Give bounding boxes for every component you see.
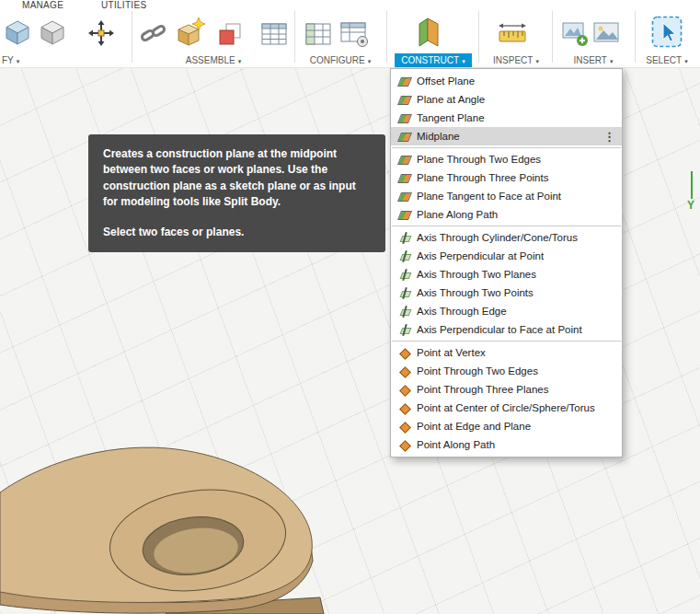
menu-item-label: Plane Through Three Points bbox=[417, 172, 548, 183]
menu-item-axis-through-cylinder-cone-torus[interactable]: Axis Through Cylinder/Cone/Torus bbox=[391, 228, 622, 247]
menu-item-tangent-plane[interactable]: Tangent Plane bbox=[391, 109, 622, 127]
dropdown-arrow-icon bbox=[459, 55, 465, 65]
menu-item-midplane[interactable]: Midplane bbox=[391, 127, 622, 145]
toolbar-group-insert[interactable]: INSERT bbox=[554, 52, 633, 67]
menu-item-label: Point Through Two Edges bbox=[417, 365, 538, 377]
measure-icon[interactable] bbox=[498, 19, 527, 51]
theme-table-icon[interactable] bbox=[339, 20, 369, 52]
menu-separator bbox=[392, 226, 621, 226]
menu-item-point-through-two-edges[interactable]: Point Through Two Edges bbox=[391, 362, 622, 380]
menu-item-label: Point at Edge and Plane bbox=[417, 421, 531, 432]
toolbar-group-configure[interactable]: CONFIGURE bbox=[296, 52, 384, 67]
menu-item-label: Plane at Angle bbox=[417, 94, 485, 105]
toolbar-divider bbox=[132, 11, 132, 63]
menu-item-point-at-center-of-circle-sphere-torus[interactable]: Point at Center of Circle/Sphere/Torus bbox=[391, 399, 622, 417]
tooltip-instruction: Select two faces or planes. bbox=[103, 225, 371, 240]
menu-item-point-at-vertex[interactable]: Point at Vertex bbox=[391, 343, 622, 362]
toolbar-group-label: FY bbox=[2, 55, 14, 65]
tab-manage[interactable]: MANAGE bbox=[22, 0, 63, 10]
toolbar-group-label: ASSEMBLE bbox=[186, 55, 235, 65]
y-axis-line bbox=[691, 171, 693, 199]
offset-plane-icon bbox=[397, 75, 411, 88]
menu-item-plane-through-three-points[interactable]: Plane Through Three Points bbox=[391, 168, 622, 187]
toolbar-group-label: SELECT bbox=[646, 55, 682, 65]
axis-through-edge-icon bbox=[397, 305, 411, 319]
menu-item-label: Plane Along Path bbox=[417, 209, 498, 220]
point-through-three-planes-icon bbox=[397, 383, 411, 397]
tab-utilities[interactable]: UTILITIES bbox=[101, 0, 146, 10]
toolbar-divider bbox=[478, 11, 479, 63]
toolbar-group-construct[interactable]: CONSTRUCT bbox=[388, 52, 478, 67]
menu-item-axis-through-edge[interactable]: Axis Through Edge bbox=[391, 302, 622, 320]
move-copy-icon[interactable] bbox=[88, 20, 114, 50]
plane-through-three-points-icon bbox=[397, 171, 411, 185]
dropdown-arrow-icon bbox=[607, 55, 614, 65]
menu-item-point-at-edge-and-plane[interactable]: Point at Edge and Plane bbox=[391, 417, 622, 435]
joint-link-icon[interactable] bbox=[140, 20, 167, 52]
rigid-group-icon[interactable] bbox=[218, 22, 242, 50]
new-component-icon[interactable] bbox=[177, 17, 206, 50]
toolbar-group-label: INSPECT bbox=[493, 55, 533, 65]
menu-item-label: Point at Center of Circle/Sphere/Torus bbox=[417, 402, 595, 413]
overflow-menu-icon[interactable] bbox=[601, 131, 618, 143]
menu-item-label: Point Along Path bbox=[417, 439, 495, 450]
midplane-icon bbox=[397, 130, 411, 144]
point-through-two-edges-icon bbox=[397, 365, 411, 378]
point-at-vertex-icon bbox=[397, 346, 411, 360]
menu-item-point-through-three-planes[interactable]: Point Through Three Planes bbox=[391, 380, 622, 399]
toolbar-group-modify[interactable]: FY bbox=[2, 52, 35, 67]
menu-item-label: Plane Tangent to Face at Point bbox=[417, 191, 561, 202]
dropdown-arrow-icon bbox=[14, 55, 20, 65]
axis-perpendicular-to-face-at-point-icon bbox=[397, 323, 411, 337]
construct-plane-icon[interactable] bbox=[416, 16, 442, 51]
dropdown-arrow-icon bbox=[533, 55, 539, 65]
toolbar-group-select[interactable]: SELECT bbox=[635, 52, 699, 67]
select-cursor-icon[interactable] bbox=[651, 16, 683, 52]
toolbar-group-inspect[interactable]: INSPECT bbox=[480, 52, 552, 67]
menu-item-label: Axis Through Edge bbox=[417, 306, 507, 317]
toolbar-group-label: CONFIGURE bbox=[310, 55, 365, 65]
point-along-path-icon bbox=[397, 438, 411, 452]
toolbar-divider bbox=[294, 11, 295, 63]
plane-along-path-icon bbox=[397, 208, 411, 222]
menu-item-label: Plane Through Two Edges bbox=[417, 154, 541, 165]
bom-table-icon[interactable] bbox=[260, 21, 288, 51]
menu-item-offset-plane[interactable]: Offset Plane bbox=[391, 72, 622, 90]
toolbar-group-assemble[interactable]: ASSEMBLE bbox=[134, 52, 293, 67]
menu-item-point-along-path[interactable]: Point Along Path bbox=[391, 435, 622, 454]
construct-menu: Offset PlanePlane at AngleTangent PlaneM… bbox=[390, 68, 623, 458]
toolbar-group-label: CONSTRUCT bbox=[401, 55, 459, 65]
insert-derive-icon[interactable] bbox=[561, 19, 589, 51]
menu-item-label: Point Through Three Planes bbox=[417, 384, 548, 395]
plane-tangent-to-face-at-point-icon bbox=[397, 190, 411, 203]
menu-item-plane-tangent-to-face-at-point[interactable]: Plane Tangent to Face at Point bbox=[391, 187, 622, 205]
plane-through-two-edges-icon bbox=[397, 153, 411, 167]
toolbar-divider bbox=[552, 11, 553, 63]
menu-item-axis-perpendicular-to-face-at-point[interactable]: Axis Perpendicular to Face at Point bbox=[391, 320, 622, 339]
menu-item-plane-through-two-edges[interactable]: Plane Through Two Edges bbox=[391, 150, 622, 168]
menu-item-label: Midplane bbox=[417, 131, 460, 142]
shell-icon[interactable] bbox=[39, 18, 66, 50]
press-pull-icon[interactable] bbox=[4, 18, 31, 50]
axis-through-two-points-icon bbox=[397, 286, 411, 300]
midplane-tooltip: Creates a construction plane at the midp… bbox=[88, 134, 385, 252]
menu-item-axis-through-two-planes[interactable]: Axis Through Two Planes bbox=[391, 265, 622, 284]
menu-item-label: Tangent Plane bbox=[417, 112, 485, 123]
configuration-table-icon[interactable] bbox=[304, 21, 332, 51]
menu-item-plane-at-angle[interactable]: Plane at Angle bbox=[391, 90, 622, 109]
menu-item-label: Point at Vertex bbox=[417, 347, 486, 358]
menu-item-plane-along-path[interactable]: Plane Along Path bbox=[391, 205, 622, 224]
axis-through-two-planes-icon bbox=[397, 268, 411, 282]
menu-item-axis-perpendicular-at-point[interactable]: Axis Perpendicular at Point bbox=[391, 247, 622, 265]
axis-through-cylinder-cone-torus-icon bbox=[397, 231, 411, 245]
menu-item-axis-through-two-points[interactable]: Axis Through Two Points bbox=[391, 284, 622, 302]
menu-item-label: Axis Perpendicular at Point bbox=[417, 250, 544, 261]
dropdown-arrow-icon bbox=[365, 55, 372, 65]
insert-canvas-icon[interactable] bbox=[592, 20, 620, 50]
toolbar-group-label: INSERT bbox=[573, 55, 607, 65]
menu-item-label: Axis Perpendicular to Face at Point bbox=[417, 324, 582, 335]
tangent-plane-icon bbox=[397, 111, 411, 125]
model-body[interactable] bbox=[0, 430, 331, 614]
tooltip-description: Creates a construction plane at the midp… bbox=[103, 146, 371, 211]
point-at-edge-and-plane-icon bbox=[397, 420, 411, 434]
